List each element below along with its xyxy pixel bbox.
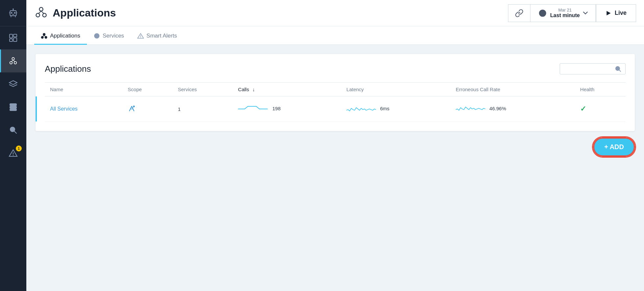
svg-point-28 bbox=[40, 7, 43, 11]
add-button-container: + ADD bbox=[36, 131, 635, 156]
svg-line-46 bbox=[619, 70, 621, 72]
stack-icon bbox=[9, 102, 18, 112]
search-icon bbox=[9, 125, 18, 135]
search-box[interactable] bbox=[560, 63, 626, 74]
scope-icon bbox=[128, 105, 136, 113]
sidebar-item-applications[interactable] bbox=[0, 49, 26, 72]
svg-rect-22 bbox=[10, 109, 16, 111]
col-latency: Latency bbox=[341, 83, 450, 96]
svg-line-17 bbox=[12, 60, 13, 62]
svg-point-35 bbox=[43, 33, 45, 35]
svg-rect-12 bbox=[13, 34, 17, 37]
svg-point-44 bbox=[140, 38, 141, 38]
cell-latency: 6ms bbox=[341, 96, 450, 122]
col-erroneous: Erroneous Call Rate bbox=[450, 83, 575, 96]
latency-value: 6ms bbox=[380, 106, 389, 111]
col-calls[interactable]: Calls ↓ bbox=[233, 83, 341, 96]
header-actions: Mar 21 Last minute Live bbox=[508, 4, 636, 22]
page-title: Applications bbox=[53, 7, 116, 19]
search-icon bbox=[615, 66, 621, 72]
applications-table: Name Scope Services Calls ↓ Latency Erro… bbox=[45, 82, 626, 122]
svg-rect-3 bbox=[12, 14, 14, 14]
svg-rect-20 bbox=[10, 104, 16, 106]
svg-point-41 bbox=[96, 35, 97, 37]
svg-point-36 bbox=[41, 36, 43, 38]
cell-services: 1 bbox=[173, 96, 233, 122]
content-area: Applications Name Scope Services bbox=[26, 45, 644, 291]
svg-rect-13 bbox=[13, 38, 17, 41]
svg-point-2 bbox=[14, 12, 15, 13]
sidebar-item-alerts[interactable]: 1 bbox=[0, 142, 26, 165]
search-input[interactable] bbox=[564, 66, 615, 72]
col-scope: Scope bbox=[122, 83, 173, 96]
svg-rect-21 bbox=[10, 106, 16, 108]
tab-services-icon bbox=[94, 33, 100, 39]
tab-smart-alerts-icon bbox=[137, 33, 144, 39]
main-area: Applications Mar 21 Last minute bbox=[26, 0, 644, 291]
layers-icon bbox=[9, 79, 18, 89]
all-services-link[interactable]: All Services bbox=[50, 106, 78, 112]
svg-line-31 bbox=[39, 11, 41, 13]
svg-point-30 bbox=[43, 13, 46, 17]
clock-icon bbox=[538, 9, 547, 17]
applications-panel: Applications Name Scope Services bbox=[36, 54, 635, 131]
dashboard-icon bbox=[9, 33, 18, 42]
cell-calls: 198 bbox=[233, 96, 341, 122]
tab-applications-icon bbox=[41, 33, 47, 39]
svg-point-27 bbox=[13, 155, 13, 156]
svg-point-15 bbox=[10, 62, 12, 64]
live-button[interactable]: Live bbox=[596, 4, 636, 22]
sidebar-item-layers[interactable] bbox=[0, 72, 26, 95]
header: Applications Mar 21 Last minute bbox=[26, 0, 644, 26]
sidebar-item-search[interactable] bbox=[0, 119, 26, 142]
sidebar-item-stack[interactable] bbox=[0, 95, 26, 119]
tab-smart-alerts-label: Smart Alerts bbox=[147, 33, 177, 39]
time-date: Mar 21 bbox=[550, 8, 580, 13]
svg-line-24 bbox=[14, 131, 16, 133]
col-services: Services bbox=[173, 83, 233, 96]
svg-point-16 bbox=[14, 62, 16, 64]
alerts-badge: 1 bbox=[16, 146, 22, 151]
health-check-icon: ✓ bbox=[580, 105, 586, 113]
svg-line-18 bbox=[13, 60, 15, 62]
svg-point-29 bbox=[36, 13, 40, 17]
sidebar-logo[interactable] bbox=[0, 0, 26, 26]
svg-point-1 bbox=[11, 12, 13, 13]
svg-line-38 bbox=[43, 36, 44, 37]
tab-services-label: Services bbox=[103, 33, 124, 39]
live-label: Live bbox=[615, 10, 627, 16]
svg-point-5 bbox=[13, 8, 14, 10]
tabs-bar: Applications Services Smart Alerts bbox=[26, 26, 644, 45]
tab-services[interactable]: Services bbox=[87, 33, 131, 45]
table-body: All Services 1 bbox=[45, 96, 626, 122]
tab-smart-alerts[interactable]: Smart Alerts bbox=[131, 33, 184, 45]
svg-rect-11 bbox=[10, 39, 13, 41]
svg-marker-19 bbox=[9, 81, 17, 85]
svg-rect-10 bbox=[10, 34, 13, 38]
tab-applications[interactable]: Applications bbox=[34, 33, 87, 45]
time-range-button[interactable]: Mar 21 Last minute bbox=[530, 4, 596, 22]
svg-point-14 bbox=[12, 58, 14, 60]
cell-erroneous: 46.96% bbox=[450, 96, 575, 122]
erroneous-sparkline bbox=[456, 103, 485, 115]
play-icon bbox=[605, 10, 611, 16]
svg-marker-34 bbox=[606, 11, 610, 15]
time-info: Mar 21 Last minute bbox=[550, 8, 580, 18]
svg-point-37 bbox=[45, 36, 47, 38]
sort-arrow-icon: ↓ bbox=[253, 87, 255, 92]
add-button[interactable]: + ADD bbox=[593, 138, 635, 156]
apps-header-icon bbox=[34, 6, 48, 19]
robot-icon bbox=[7, 7, 19, 19]
calls-value: 198 bbox=[272, 106, 281, 111]
sidebar-item-dashboard[interactable] bbox=[0, 26, 26, 49]
cell-health: ✓ bbox=[575, 96, 626, 122]
applications-header-icon bbox=[34, 6, 48, 21]
panel-header: Applications bbox=[45, 63, 626, 74]
svg-line-39 bbox=[44, 36, 45, 37]
table-row: All Services 1 bbox=[45, 96, 626, 122]
col-name: Name bbox=[45, 83, 122, 96]
link-button[interactable] bbox=[508, 4, 530, 22]
apps-icon bbox=[9, 56, 18, 66]
table-header: Name Scope Services Calls ↓ Latency Erro… bbox=[45, 83, 626, 96]
erroneous-value: 46.96% bbox=[489, 106, 506, 111]
